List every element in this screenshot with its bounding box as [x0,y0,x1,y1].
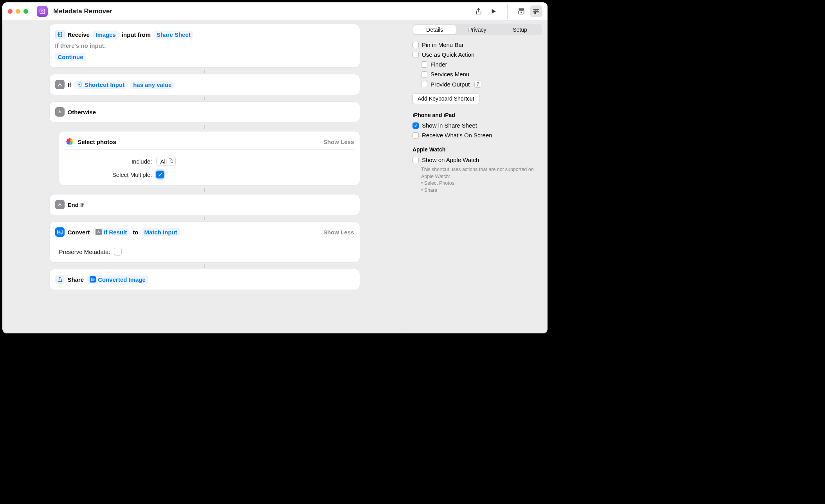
run-button[interactable] [488,5,499,17]
input-icon [55,30,65,39]
show-less-toggle[interactable]: Show Less [323,229,354,236]
qa-output-checkbox[interactable] [421,81,427,87]
section-apple-watch: Apple Watch [412,146,542,153]
convert-label: Convert [68,229,90,236]
svg-point-5 [537,11,538,12]
quick-action-row[interactable]: Use as Quick Action [412,50,542,59]
qa-finder-checkbox[interactable] [421,61,427,68]
convert-format-token[interactable]: Match Input [142,228,180,236]
svg-point-12 [58,231,59,232]
input-glyph-icon [77,82,83,87]
qa-output-row[interactable]: Provide Output ? [412,79,542,89]
close-window-button[interactable] [8,9,13,14]
connector [204,70,205,73]
quick-action-label: Use as Quick Action [422,51,474,58]
inspector-tabs: Details Privacy Setup [412,24,542,35]
share-sheet-label: Show in Share Sheet [422,122,477,129]
svg-point-4 [535,9,536,10]
qa-services-checkbox[interactable] [421,71,427,77]
svg-rect-0 [40,9,45,14]
otherwise-action-card[interactable]: Otherwise [50,102,360,122]
app-window: Metadata Remover [2,2,548,333]
photos-app-icon [65,137,75,147]
image-icon [55,227,65,237]
share-sheet-row[interactable]: Show in Share Sheet [412,121,542,130]
library-toggle-button[interactable] [515,5,527,17]
include-label: Include: [65,158,152,165]
share-label: Share [68,276,84,283]
pin-menu-bar-checkbox[interactable] [412,42,419,48]
convert-input-token[interactable]: If Result [93,228,130,236]
add-keyboard-shortcut-button[interactable]: Add Keyboard Shortcut [412,93,479,104]
receive-label: Receive [68,31,90,38]
pin-menu-bar-label: Pin in Menu Bar [422,41,464,48]
branch-glyph-icon [95,229,102,235]
share-input-token[interactable]: Converted Image [87,275,148,284]
quick-action-checkbox[interactable] [412,52,419,58]
qa-services-row[interactable]: Services Menu [412,69,542,79]
svg-point-2 [43,9,44,10]
qa-services-label: Services Menu [431,71,469,77]
receive-screen-checkbox[interactable] [412,132,419,139]
svg-point-6 [535,12,536,13]
endif-action-card[interactable]: End If [50,194,360,215]
pin-menu-bar-row[interactable]: Pin in Menu Bar [412,40,542,50]
share-icon [55,275,65,284]
watch-show-row[interactable]: Show on Apple Watch [412,155,542,165]
receive-screen-row[interactable]: Receive What's On Screen [412,130,542,140]
branch-icon [55,107,65,117]
if-action-card[interactable]: If Shortcut Input has any value [50,74,360,95]
select-multiple-checkbox[interactable] [156,171,164,178]
select-photos-action-card[interactable]: Select photos Show Less Include: All [59,131,360,185]
minimize-window-button[interactable] [16,9,20,14]
branch-icon [55,80,65,89]
tab-setup[interactable]: Setup [499,25,541,34]
shortcut-title[interactable]: Metadata Remover [53,7,112,15]
connector [204,97,205,100]
content-area: Receive Images input from Share Sheet If… [2,20,548,333]
share-button[interactable] [473,5,485,17]
input-from-label: input from [122,31,151,38]
connector [204,125,205,129]
if-label: If [68,81,71,88]
svg-point-8 [58,85,59,86]
receive-types-token[interactable]: Images [93,31,119,39]
receive-action-card[interactable]: Receive Images input from Share Sheet If… [50,24,360,67]
branch-icon [55,200,65,209]
endif-label: End If [68,202,84,208]
svg-point-1 [41,10,43,12]
connector [204,217,205,220]
workflow-editor[interactable]: Receive Images input from Share Sheet If… [2,20,407,333]
image-glyph-icon [90,276,96,283]
inspector-toggle-button[interactable] [530,5,542,17]
watch-note: This shortcut uses actions that are not … [412,166,542,194]
tab-details[interactable]: Details [413,25,456,34]
qa-finder-row[interactable]: Finder [412,59,542,69]
connector [204,265,205,268]
if-condition-token[interactable]: has any value [130,81,174,89]
inspector-panel: Details Privacy Setup Pin in Menu Bar Us… [407,20,548,333]
preserve-metadata-checkbox[interactable] [114,248,122,256]
section-iphone-ipad: iPhone and iPad [412,112,542,118]
qa-finder-label: Finder [431,61,447,68]
maximize-window-button[interactable] [23,9,28,14]
show-less-toggle[interactable]: Show Less [323,139,354,145]
share-sheet-checkbox[interactable] [412,122,419,129]
watch-show-label: Show on Apple Watch [422,157,479,163]
watch-show-checkbox[interactable] [412,157,419,163]
convert-action-card[interactable]: Convert If Result to Match Input Show Le… [50,222,360,262]
help-icon[interactable]: ? [474,81,481,88]
tab-privacy[interactable]: Privacy [456,25,499,34]
shortcut-icon [37,6,48,17]
window-controls [8,9,28,14]
preserve-metadata-label: Preserve Metadata: [55,248,110,255]
select-multiple-label: Select Multiple: [65,171,152,178]
if-input-token[interactable]: Shortcut Input [74,81,127,89]
share-action-card[interactable]: Share Converted Image [50,269,360,290]
no-input-behavior-token[interactable]: Continue [55,53,86,61]
include-select[interactable]: All [156,157,176,166]
connector [204,188,205,192]
input-source-token[interactable]: Share Sheet [154,31,193,39]
qa-output-label: Provide Output [431,81,470,88]
receive-screen-label: Receive What's On Screen [422,132,492,139]
